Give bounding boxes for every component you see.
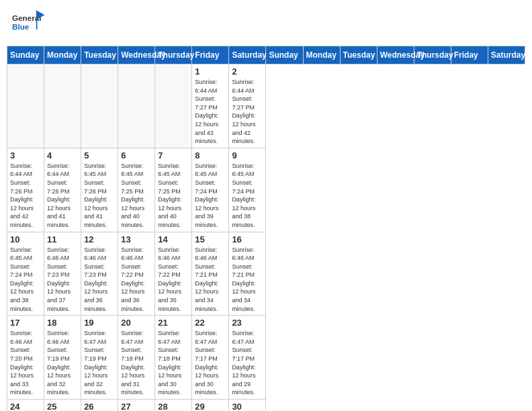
- day-number: 7: [158, 150, 189, 161]
- calendar-cell: 14Sunrise: 6:46 AM Sunset: 7:22 PM Dayli…: [155, 232, 192, 316]
- calendar-cell: 9Sunrise: 6:45 AM Sunset: 7:24 PM Daylig…: [229, 148, 266, 232]
- calendar-week-4: 24Sunrise: 6:47 AM Sunset: 7:16 PM Dayli…: [7, 400, 525, 412]
- calendar-cell: [118, 64, 155, 148]
- cell-info: Sunrise: 6:46 AM Sunset: 7:20 PM Dayligh…: [10, 329, 41, 397]
- day-number: 3: [10, 150, 41, 161]
- cell-info: Sunrise: 6:47 AM Sunset: 7:18 PM Dayligh…: [121, 329, 152, 397]
- cell-info: Sunrise: 6:44 AM Sunset: 7:27 PM Dayligh…: [195, 78, 226, 146]
- day-number: 28: [158, 402, 189, 411]
- calendar-cell: 5Sunrise: 6:45 AM Sunset: 7:26 PM Daylig…: [81, 148, 118, 232]
- day-number: 14: [158, 234, 189, 244]
- cell-info: Sunrise: 6:45 AM Sunset: 7:25 PM Dayligh…: [158, 162, 189, 230]
- column-header-wednesday: Wednesday: [377, 46, 414, 64]
- day-number: 16: [232, 234, 263, 244]
- cell-info: Sunrise: 6:47 AM Sunset: 7:18 PM Dayligh…: [158, 329, 189, 397]
- day-number: 4: [47, 150, 78, 161]
- calendar-week-3: 17Sunrise: 6:46 AM Sunset: 7:20 PM Dayli…: [7, 316, 525, 400]
- calendar-cell: 25Sunrise: 6:47 AM Sunset: 7:15 PM Dayli…: [44, 400, 81, 412]
- calendar-cell: 6Sunrise: 6:45 AM Sunset: 7:25 PM Daylig…: [118, 148, 155, 232]
- column-header-monday: Monday: [303, 46, 340, 64]
- calendar-cell: [7, 64, 44, 148]
- day-number: 20: [121, 318, 152, 328]
- calendar-cell: 13Sunrise: 6:46 AM Sunset: 7:22 PM Dayli…: [118, 232, 155, 316]
- cell-info: Sunrise: 6:46 AM Sunset: 7:22 PM Dayligh…: [158, 246, 189, 314]
- cell-info: Sunrise: 6:47 AM Sunset: 7:19 PM Dayligh…: [84, 329, 115, 397]
- calendar-cell: [81, 64, 118, 148]
- cell-info: Sunrise: 6:46 AM Sunset: 7:22 PM Dayligh…: [121, 246, 152, 314]
- calendar-cell: 8Sunrise: 6:45 AM Sunset: 7:24 PM Daylig…: [192, 148, 229, 232]
- cell-info: Sunrise: 6:47 AM Sunset: 7:17 PM Dayligh…: [232, 329, 263, 397]
- calendar-cell: 20Sunrise: 6:47 AM Sunset: 7:18 PM Dayli…: [118, 316, 155, 400]
- calendar-cell: 10Sunrise: 6:45 AM Sunset: 7:24 PM Dayli…: [7, 232, 44, 316]
- cell-info: Sunrise: 6:46 AM Sunset: 7:23 PM Dayligh…: [47, 246, 78, 314]
- day-number: 21: [158, 318, 189, 328]
- day-number: 11: [47, 234, 78, 244]
- cell-info: Sunrise: 6:45 AM Sunset: 7:25 PM Dayligh…: [121, 162, 152, 230]
- logo-icon: General Blue: [12, 9, 46, 36]
- cell-info: Sunrise: 6:45 AM Sunset: 7:24 PM Dayligh…: [232, 162, 263, 230]
- cell-info: Sunrise: 6:46 AM Sunset: 7:23 PM Dayligh…: [84, 246, 115, 314]
- calendar-cell: 23Sunrise: 6:47 AM Sunset: 7:17 PM Dayli…: [229, 316, 266, 400]
- column-header-wednesday: Wednesday: [118, 46, 155, 64]
- day-number: 29: [195, 402, 226, 411]
- calendar-cell: 11Sunrise: 6:46 AM Sunset: 7:23 PM Dayli…: [44, 232, 81, 316]
- cell-info: Sunrise: 6:45 AM Sunset: 7:24 PM Dayligh…: [195, 162, 226, 230]
- cell-info: Sunrise: 6:44 AM Sunset: 7:26 PM Dayligh…: [47, 162, 78, 230]
- svg-text:Blue: Blue: [12, 22, 30, 31]
- cell-info: Sunrise: 6:46 AM Sunset: 7:21 PM Dayligh…: [195, 246, 226, 314]
- calendar-cell: 16Sunrise: 6:46 AM Sunset: 7:21 PM Dayli…: [229, 232, 266, 316]
- column-header-tuesday: Tuesday: [81, 46, 118, 64]
- calendar-week-2: 10Sunrise: 6:45 AM Sunset: 7:24 PM Dayli…: [7, 232, 525, 316]
- calendar-cell: 17Sunrise: 6:46 AM Sunset: 7:20 PM Dayli…: [7, 316, 44, 400]
- column-header-friday: Friday: [451, 46, 488, 64]
- cell-info: Sunrise: 6:46 AM Sunset: 7:21 PM Dayligh…: [232, 246, 263, 314]
- calendar-cell: 22Sunrise: 6:47 AM Sunset: 7:17 PM Dayli…: [192, 316, 229, 400]
- column-header-saturday: Saturday: [229, 46, 266, 64]
- calendar-week-0: 1Sunrise: 6:44 AM Sunset: 7:27 PM Daylig…: [7, 64, 525, 148]
- day-number: 13: [121, 234, 152, 244]
- day-number: 18: [47, 318, 78, 328]
- calendar-header-row: SundayMondayTuesdayWednesdayThursdayFrid…: [7, 46, 525, 64]
- day-number: 15: [195, 234, 226, 244]
- day-number: 9: [232, 150, 263, 161]
- day-number: 24: [10, 402, 41, 411]
- calendar-cell: 3Sunrise: 6:44 AM Sunset: 7:26 PM Daylig…: [7, 148, 44, 232]
- calendar-week-1: 3Sunrise: 6:44 AM Sunset: 7:26 PM Daylig…: [7, 148, 525, 232]
- day-number: 26: [84, 402, 115, 411]
- calendar-cell: 15Sunrise: 6:46 AM Sunset: 7:21 PM Dayli…: [192, 232, 229, 316]
- column-header-tuesday: Tuesday: [340, 46, 377, 64]
- column-header-sunday: Sunday: [266, 46, 303, 64]
- cell-info: Sunrise: 6:45 AM Sunset: 7:26 PM Dayligh…: [84, 162, 115, 230]
- calendar-cell: 26Sunrise: 6:47 AM Sunset: 7:15 PM Dayli…: [81, 400, 118, 412]
- calendar-cell: 29Sunrise: 6:47 AM Sunset: 7:13 PM Dayli…: [192, 400, 229, 412]
- day-number: 25: [47, 402, 78, 411]
- day-number: 10: [10, 234, 41, 244]
- cell-info: Sunrise: 6:47 AM Sunset: 7:17 PM Dayligh…: [195, 329, 226, 397]
- column-header-sunday: Sunday: [7, 46, 44, 64]
- column-header-monday: Monday: [44, 46, 81, 64]
- calendar-cell: 21Sunrise: 6:47 AM Sunset: 7:18 PM Dayli…: [155, 316, 192, 400]
- day-number: 1: [195, 66, 226, 77]
- day-number: 8: [195, 150, 226, 161]
- cell-info: Sunrise: 6:46 AM Sunset: 7:19 PM Dayligh…: [47, 329, 78, 397]
- day-number: 6: [121, 150, 152, 161]
- day-number: 5: [84, 150, 115, 161]
- calendar-cell: 2Sunrise: 6:44 AM Sunset: 7:27 PM Daylig…: [229, 64, 266, 148]
- calendar-cell: [44, 64, 81, 148]
- calendar-cell: 1Sunrise: 6:44 AM Sunset: 7:27 PM Daylig…: [192, 64, 229, 148]
- calendar-cell: 30Sunrise: 6:47 AM Sunset: 7:12 PM Dayli…: [229, 400, 266, 412]
- calendar-cell: 28Sunrise: 6:47 AM Sunset: 7:13 PM Dayli…: [155, 400, 192, 412]
- day-number: 23: [232, 318, 263, 328]
- column-header-thursday: Thursday: [155, 46, 192, 64]
- page-header: General Blue: [7, 7, 525, 39]
- calendar-table: SundayMondayTuesdayWednesdayThursdayFrid…: [7, 46, 525, 411]
- calendar-cell: 12Sunrise: 6:46 AM Sunset: 7:23 PM Dayli…: [81, 232, 118, 316]
- day-number: 17: [10, 318, 41, 328]
- calendar-cell: 24Sunrise: 6:47 AM Sunset: 7:16 PM Dayli…: [7, 400, 44, 412]
- day-number: 2: [232, 66, 263, 77]
- calendar-cell: 4Sunrise: 6:44 AM Sunset: 7:26 PM Daylig…: [44, 148, 81, 232]
- day-number: 12: [84, 234, 115, 244]
- logo: General Blue: [12, 9, 46, 36]
- column-header-saturday: Saturday: [488, 46, 525, 64]
- cell-info: Sunrise: 6:45 AM Sunset: 7:24 PM Dayligh…: [10, 246, 41, 314]
